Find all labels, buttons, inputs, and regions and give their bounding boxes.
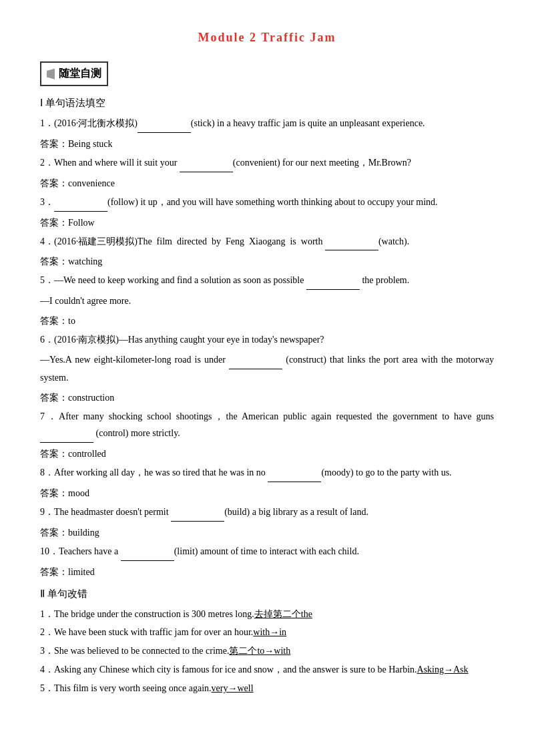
answer-10: 答案：limited [40, 564, 494, 581]
question-10: 10．Teachers have a (limit) amount of tim… [40, 543, 494, 561]
question-4: 4．(2016·福建三明模拟)The film directed by Feng… [40, 233, 494, 251]
answer-5: 答案：to [40, 313, 494, 330]
answer-4: 答案：watching [40, 253, 494, 270]
answer-7: 答案：controlled [40, 445, 494, 463]
answer-2: 答案：convenience [40, 175, 494, 192]
answer-1: 答案：Being stuck [40, 136, 494, 153]
part2-label: Ⅱ 单句改错 [40, 585, 494, 603]
correction-2: 2．We have been stuck with traffic jam fo… [40, 624, 494, 641]
question-5-line2: —I couldn't agree more. [40, 293, 494, 310]
answer-8: 答案：mood [40, 485, 494, 502]
page-title: Module 2 Traffic Jam [40, 27, 494, 48]
question-6: 6．(2016·南京模拟)—Has anything caught your e… [40, 331, 494, 349]
question-7: 7．After many shocking school shootings，t… [40, 408, 494, 443]
answer-9: 答案：building [40, 524, 494, 542]
part1-label: Ⅰ 单句语法填空 [40, 94, 494, 112]
section-header-box: 随堂自测 [40, 61, 108, 86]
question-1: 1．(2016·河北衡水模拟) (stick) in a heavy traff… [40, 115, 494, 133]
question-5: 5．—We need to keep working and find a so… [40, 272, 494, 290]
question-9: 9．The headmaster doesn't permit (build) … [40, 504, 494, 522]
correction-5: 5．This film is very worth seeing once ag… [40, 680, 494, 697]
answer-3: 答案：Follow [40, 214, 494, 232]
question-2: 2．When and where will it suit your (conv… [40, 154, 494, 172]
question-3: 3． (follow) it up，and you will have some… [40, 194, 494, 212]
question-8: 8．After working all day，he was so tired … [40, 464, 494, 482]
correction-4: 4．Asking any Chinese which city is famou… [40, 661, 494, 679]
correction-3: 3．She was believed to be connected to th… [40, 642, 494, 660]
question-6-line2: —Yes.A new eight-kilometer-long road is … [40, 351, 494, 387]
answer-6: 答案：construction [40, 389, 494, 407]
section-header-text: 随堂自测 [59, 64, 101, 83]
correction-1: 1．The bridge under the construction is 3… [40, 606, 494, 623]
